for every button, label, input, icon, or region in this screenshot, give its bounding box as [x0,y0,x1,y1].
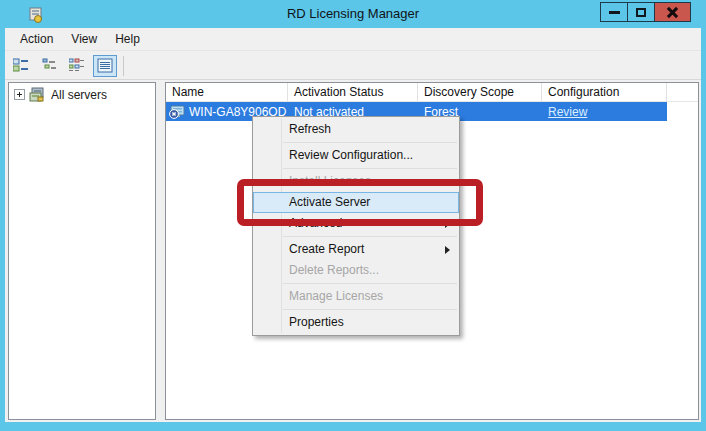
grid-view-icon [69,58,85,73]
menu-item-label: Manage Licenses [289,289,383,303]
annotation-rectangle [237,179,483,226]
menu-item-label: Review Configuration... [289,148,413,162]
maximize-button[interactable] [627,2,655,22]
console-tree-toggle-icon [13,58,29,73]
menu-item-refresh[interactable]: Refresh [253,119,459,140]
menu-separator [283,168,457,169]
server-not-activated-icon [169,105,185,119]
maximize-icon [636,8,646,17]
menubar: Action View Help [5,28,701,51]
menu-item-manage-licenses: Manage Licenses [253,286,459,307]
context-menu: RefreshReview Configuration...Install Li… [252,116,460,336]
taskpad-view-button[interactable] [37,55,61,77]
toolbar-separator [123,56,124,76]
list-header: Name Activation Status Discovery Scope C… [166,83,698,102]
close-icon [666,6,679,19]
window-controls [601,2,691,22]
menu-separator [283,283,457,284]
column-header-activation-status[interactable]: Activation Status [288,83,418,101]
menu-view[interactable]: View [62,29,106,49]
menu-separator [283,309,457,310]
expand-icon[interactable] [14,89,25,100]
menu-separator [283,142,457,143]
menu-item-label: Properties [289,315,344,329]
menu-item-label: Delete Reports... [289,263,379,277]
menu-item-delete-reports: Delete Reports... [253,260,459,281]
minimize-icon [609,11,620,14]
rd-licensing-manager-window: RD Licensing Manager Action View Help [0,0,706,431]
taskpad-view-icon [41,58,57,73]
tree-item-all-servers[interactable]: All servers [14,87,155,102]
console-tree-pane: All servers [8,82,156,420]
menu-item-properties[interactable]: Properties [253,312,459,333]
tree-item-label: All servers [51,88,107,102]
column-header-configuration[interactable]: Configuration [542,83,667,101]
menu-action[interactable]: Action [11,29,62,49]
column-header-discovery-scope[interactable]: Discovery Scope [418,83,542,101]
column-header-filler [667,83,698,101]
menu-help[interactable]: Help [106,29,149,49]
close-button[interactable] [654,2,691,22]
menu-item-label: Refresh [289,122,331,136]
minimize-button[interactable] [600,2,628,22]
cell-configuration: Review [542,105,667,119]
titlebar: RD Licensing Manager [0,0,706,28]
menu-item-label: Create Report [289,242,364,256]
details-view-button[interactable] [93,55,117,77]
servers-icon [29,87,46,102]
column-header-name[interactable]: Name [166,83,288,101]
menu-item-create-report[interactable]: Create Report [253,239,459,260]
details-view-icon [97,58,113,73]
console-tree-toggle-button[interactable] [9,55,33,77]
submenu-arrow-icon [445,246,450,254]
review-link[interactable]: Review [548,105,587,119]
grid-view-button[interactable] [65,55,89,77]
menu-separator [283,236,457,237]
menu-item-review-configuration[interactable]: Review Configuration... [253,145,459,166]
toolbar [5,52,701,80]
